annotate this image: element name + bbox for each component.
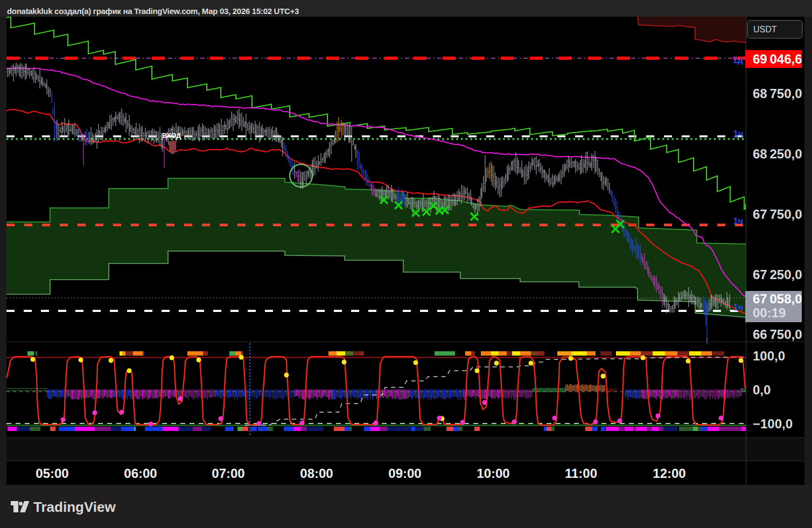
svg-text:67 750,0: 67 750,0 — [753, 207, 802, 221]
svg-text:100,0: 100,0 — [753, 349, 785, 363]
svg-text:1д: 1д — [733, 55, 743, 65]
svg-text:−100,0: −100,0 — [753, 416, 793, 431]
svg-text:07:00: 07:00 — [212, 466, 244, 481]
svg-text:1ч: 1ч — [733, 217, 743, 226]
svg-text:ВХОД: ВХОД — [162, 132, 181, 140]
svg-text:1ч: 1ч — [733, 303, 743, 312]
svg-text:67 058,0: 67 058,0 — [753, 291, 802, 306]
svg-text:66 750,0: 66 750,0 — [753, 327, 802, 342]
svg-text:00:19: 00:19 — [753, 305, 786, 320]
svg-text:05:00: 05:00 — [36, 466, 68, 481]
svg-text:12:00: 12:00 — [653, 466, 685, 481]
svg-text:1ч: 1ч — [733, 129, 743, 138]
svg-text:09:00: 09:00 — [388, 466, 421, 481]
svg-text:11:00: 11:00 — [565, 466, 597, 481]
svg-text:0,0: 0,0 — [753, 383, 771, 397]
svg-text:06:00: 06:00 — [124, 466, 157, 481]
svg-text:10:00: 10:00 — [477, 466, 509, 481]
svg-text:08:00: 08:00 — [300, 466, 333, 481]
svg-text:69 046,6: 69 046,6 — [753, 52, 802, 66]
svg-text:68 750,0: 68 750,0 — [753, 86, 802, 101]
svg-text:USDT: USDT — [753, 25, 777, 34]
svg-text:TradingView: TradingView — [33, 499, 116, 515]
svg-text:68 250,0: 68 250,0 — [753, 147, 802, 161]
svg-text:67 250,0: 67 250,0 — [753, 267, 802, 282]
